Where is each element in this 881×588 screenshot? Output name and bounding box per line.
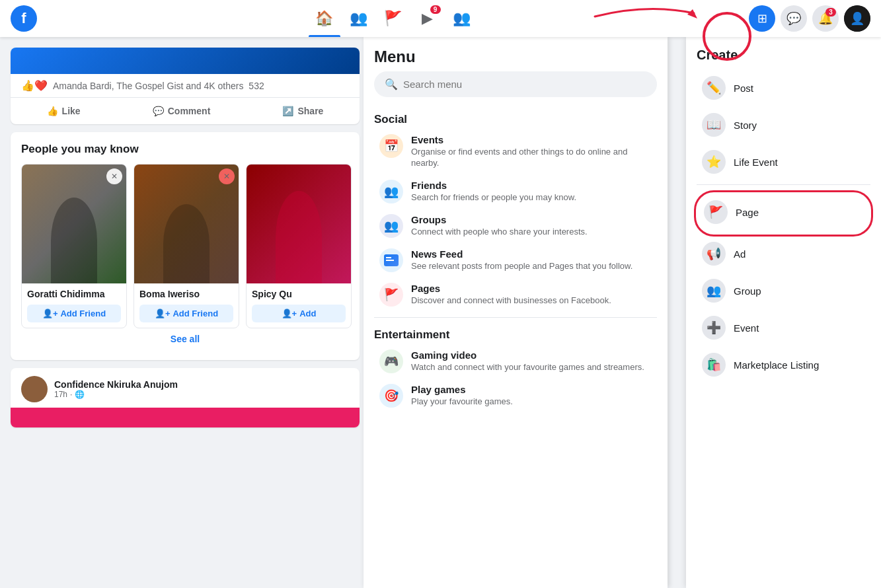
notification-badge: 3 bbox=[825, 8, 836, 17]
nav-groups-button[interactable]: 👥 bbox=[446, 3, 478, 34]
like-button[interactable]: 👍 Like bbox=[36, 100, 91, 122]
create-life-event-icon: ⭐ bbox=[702, 150, 726, 174]
events-title: Events bbox=[411, 134, 652, 145]
create-ad-icon: 📢 bbox=[702, 242, 726, 266]
menu-item-gaming[interactable]: 🎮 Gaming video Watch and connect with yo… bbox=[369, 344, 662, 379]
notification-button[interactable]: 🔔 3 bbox=[812, 5, 839, 32]
add-friend-icon-2: 👤+ bbox=[155, 309, 171, 318]
newsfeed-title: News Feed bbox=[411, 248, 632, 260]
create-event-icon: ➕ bbox=[702, 316, 726, 340]
profile-avatar[interactable]: 👤 bbox=[844, 5, 870, 32]
add-friend-button-3[interactable]: 👤+ Add bbox=[252, 305, 346, 322]
nav-center: 🏠 👥 🚩 ▶ 9 👥 bbox=[309, 3, 478, 34]
add-friend-label-2: Add Friend bbox=[172, 309, 218, 318]
add-friend-icon-1: 👤+ bbox=[42, 309, 58, 318]
create-post-icon: ✏️ bbox=[702, 76, 726, 100]
gaming-title: Gaming video bbox=[411, 349, 644, 361]
comment-icon: 💬 bbox=[153, 106, 164, 116]
people-section-title: People you may know bbox=[21, 143, 349, 156]
groups-icon: 👥 bbox=[379, 214, 403, 238]
reactors-names: Amanda Bardi, The Gospel Gist and 4K oth… bbox=[53, 81, 243, 91]
playgames-title: Play games bbox=[411, 384, 513, 395]
create-panel: Create ✏️ Post 📖 Story ⭐ Life Event 🚩 Pa… bbox=[686, 37, 881, 588]
create-event-label: Event bbox=[734, 322, 759, 334]
post-color-bar bbox=[11, 408, 360, 427]
user-avatar bbox=[21, 376, 48, 402]
create-marketplace-label: Marketplace Listing bbox=[734, 359, 819, 371]
share-button[interactable]: ↗️ Share bbox=[272, 100, 334, 122]
nav-watch-button[interactable]: ▶ 9 bbox=[412, 3, 443, 34]
post-time: 17h bbox=[54, 390, 67, 399]
create-story-item[interactable]: 📖 Story bbox=[697, 108, 870, 142]
create-group-item[interactable]: 👥 Group bbox=[697, 274, 870, 308]
create-page-highlight: 🚩 Page bbox=[694, 190, 873, 237]
post-card: 👍❤️ Amanda Bardi, The Gospel Gist and 4K… bbox=[11, 48, 360, 124]
reaction-emojis: 👍❤️ bbox=[21, 79, 48, 92]
create-post-item[interactable]: ✏️ Post bbox=[697, 71, 870, 105]
menu-item-groups[interactable]: 👥 Groups Connect with people who share y… bbox=[369, 209, 662, 243]
create-story-icon: 📖 bbox=[702, 113, 726, 137]
menu-item-events[interactable]: 📅 Events Organise or find events and oth… bbox=[369, 129, 662, 174]
people-you-may-know-card: People you may know ✕ Goratti Chidimma 👤… bbox=[11, 132, 360, 360]
create-marketplace-item[interactable]: 🛍️ Marketplace Listing bbox=[697, 348, 870, 382]
dismiss-person-1[interactable]: ✕ bbox=[106, 168, 122, 184]
create-event-item[interactable]: ➕ Event bbox=[697, 311, 870, 345]
menu-item-friends[interactable]: 👥 Friends Search for friends or people y… bbox=[369, 174, 662, 209]
person-name-1: Goratti Chidimma bbox=[22, 283, 126, 302]
menu-item-pages[interactable]: 🚩 Pages Discover and connect with busine… bbox=[369, 277, 662, 312]
main-content: 👍❤️ Amanda Bardi, The Gospel Gist and 4K… bbox=[0, 37, 881, 588]
friends-text: Friends Search for friends or people you… bbox=[411, 180, 576, 203]
social-section-title: Social bbox=[364, 108, 668, 129]
person-name-2: Boma Iweriso bbox=[134, 283, 239, 302]
share-label: Share bbox=[297, 106, 323, 116]
post-banner bbox=[11, 48, 360, 74]
reaction-count: 532 bbox=[249, 81, 264, 91]
see-all-link[interactable]: See all bbox=[21, 328, 349, 349]
search-icon: 🔍 bbox=[385, 78, 398, 91]
events-text: Events Organise or find events and other… bbox=[411, 134, 652, 169]
nav-home-button[interactable]: 🏠 bbox=[309, 3, 340, 34]
feed-area: 👍❤️ Amanda Bardi, The Gospel Gist and 4K… bbox=[0, 37, 370, 588]
groups-desc: Connect with people who share your inter… bbox=[411, 227, 588, 238]
menu-item-playgames[interactable]: 🎯 Play games Play your favourite games. bbox=[369, 379, 662, 413]
menu-search-input[interactable] bbox=[403, 79, 646, 90]
person-name-3: Spicy Qu bbox=[247, 283, 351, 302]
newsfeed-icon bbox=[379, 248, 403, 272]
events-icon: 📅 bbox=[379, 134, 403, 158]
create-page-item[interactable]: 🚩 Page bbox=[699, 195, 868, 229]
create-ad-item[interactable]: 📢 Ad bbox=[697, 237, 870, 271]
create-ad-label: Ad bbox=[734, 248, 746, 260]
create-story-label: Story bbox=[734, 120, 757, 131]
add-friend-button-2[interactable]: 👤+ Add Friend bbox=[139, 305, 233, 322]
menu-item-newsfeed[interactable]: News Feed See relevant posts from people… bbox=[369, 243, 662, 277]
person-photo-2: ✕ bbox=[134, 165, 239, 283]
playgames-text: Play games Play your favourite games. bbox=[411, 384, 513, 408]
nav-pages-button[interactable]: 🚩 bbox=[377, 3, 409, 34]
events-desc: Organise or find events and other things… bbox=[411, 147, 652, 169]
comment-button[interactable]: 💬 Comment bbox=[142, 100, 221, 122]
add-friend-button-1[interactable]: 👤+ Add Friend bbox=[27, 305, 121, 322]
dismiss-person-2[interactable]: ✕ bbox=[219, 168, 235, 184]
share-icon: ↗️ bbox=[282, 106, 293, 116]
like-icon: 👍 bbox=[47, 106, 58, 116]
person-card-1: ✕ Goratti Chidimma 👤+ Add Friend bbox=[21, 164, 127, 328]
create-post-label: Post bbox=[734, 83, 753, 94]
people-row: ✕ Goratti Chidimma 👤+ Add Friend ✕ bbox=[21, 164, 349, 328]
user-info: Confidence Nkiruka Anujom 17h · 🌐 bbox=[54, 379, 178, 399]
menu-divider-1 bbox=[374, 317, 657, 318]
menu-search-box: 🔍 bbox=[374, 71, 657, 97]
reaction-text: Amanda Bardi, The Gospel Gist and 4K oth… bbox=[53, 81, 264, 91]
person-photo-3 bbox=[247, 165, 351, 283]
create-life-event-item[interactable]: ⭐ Life Event bbox=[697, 145, 870, 179]
playgames-desc: Play your favourite games. bbox=[411, 396, 513, 408]
nav-friends-button[interactable]: 👥 bbox=[343, 3, 375, 34]
like-label: Like bbox=[62, 106, 81, 116]
person-card-2: ✕ Boma Iweriso 👤+ Add Friend bbox=[134, 164, 239, 328]
create-group-icon: 👥 bbox=[702, 279, 726, 303]
grid-menu-button[interactable]: ⊞ bbox=[749, 5, 775, 32]
user-info-row: Confidence Nkiruka Anujom 17h · 🌐 bbox=[21, 376, 349, 402]
groups-text: Groups Connect with people who share you… bbox=[411, 214, 588, 238]
entertainment-section-title: Entertainment bbox=[364, 323, 668, 344]
user-meta: 17h · 🌐 bbox=[54, 390, 178, 399]
messenger-button[interactable]: 💬 bbox=[781, 5, 807, 32]
